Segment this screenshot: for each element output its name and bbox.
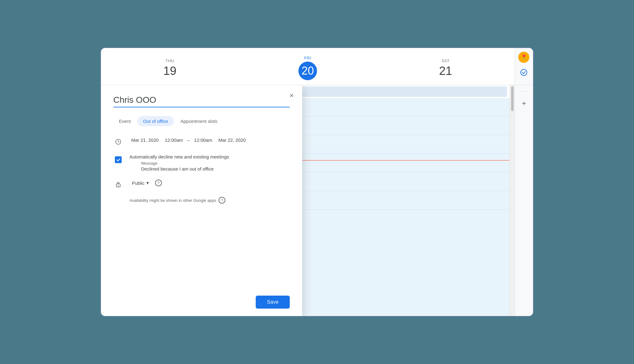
event-modal: × Event Out of office Appointment slots (101, 85, 302, 316)
tab-out-of-office[interactable]: Out of office (137, 116, 174, 126)
divider (519, 91, 529, 92)
tab-appointment-slots[interactable]: Appointment slots (175, 116, 223, 126)
day-col-thu: THU 19 (101, 48, 239, 85)
day-col-sat: SAT 21 (377, 48, 515, 85)
checkbox-icon-area (113, 155, 123, 165)
calendar-body: × Event Out of office Appointment slots (101, 85, 533, 316)
datetime-display: Mar 21, 2020 12:00am – 12:00am Mar 22, 2… (129, 136, 290, 144)
availability-row: Availability might be shown in other Goo… (129, 197, 290, 204)
clock-icon (113, 137, 123, 147)
lock-icon (113, 180, 123, 189)
availability-help-icon[interactable]: ? (219, 197, 225, 204)
message-text: Declined because I am out of office (141, 166, 290, 171)
add-button[interactable]: + (519, 98, 530, 109)
message-label: Message (141, 161, 290, 166)
tasks-button[interactable] (518, 68, 529, 79)
availability-text: Availability might be shown in other Goo… (129, 198, 216, 203)
message-section: Message Declined because I am out of off… (141, 161, 290, 171)
event-type-tabs: Event Out of office Appointment slots (113, 116, 290, 126)
check-circle-icon (520, 69, 528, 78)
plus-icon: + (522, 99, 526, 108)
day-name-sat: SAT (441, 58, 449, 63)
day-number-thu: 19 (163, 64, 176, 78)
visibility-value: Public (132, 180, 145, 186)
visibility-help-icon[interactable]: ? (155, 180, 162, 186)
visibility-content: Public ▾ ? (129, 179, 290, 187)
start-date[interactable]: Mar 21, 2020 (129, 136, 160, 144)
day-name-fri: FRI (304, 56, 311, 60)
calendar-app: THU 19 FRI 20 SAT 21 📍 (100, 47, 534, 317)
save-button[interactable]: Save (256, 296, 290, 309)
visibility-row: Public ▾ ? (113, 179, 290, 189)
dropdown-arrow-icon: ▾ (146, 180, 149, 186)
time-dash: – (187, 137, 190, 143)
svg-point-0 (521, 69, 527, 76)
visibility-row-inner: Public ▾ ? (129, 179, 290, 187)
modal-footer: Save (101, 291, 302, 316)
tab-event[interactable]: Event (113, 116, 136, 126)
day-number-sat: 21 (439, 64, 452, 78)
start-time[interactable]: 12:00am (163, 136, 185, 144)
end-time[interactable]: 12:00am (192, 136, 214, 144)
day-number-fri[interactable]: 20 (298, 62, 317, 80)
scrollbar-thumb[interactable] (511, 86, 514, 111)
scrollbar[interactable] (510, 85, 515, 316)
auto-decline-checkbox[interactable] (115, 156, 122, 163)
end-date[interactable]: Mar 22, 2020 (216, 136, 247, 144)
auto-decline-row: Automatically decline new and existing m… (113, 154, 290, 171)
day-col-fri: FRI 20 (239, 48, 376, 85)
modal-content: Event Out of office Appointment slots (101, 85, 302, 291)
close-button[interactable]: × (286, 90, 297, 101)
datetime-content: Mar 21, 2020 12:00am – 12:00am Mar 22, 2… (129, 136, 290, 144)
location-icon: 📍 (520, 54, 527, 61)
datetime-row: Mar 21, 2020 12:00am – 12:00am Mar 22, 2… (113, 136, 290, 147)
location-button[interactable]: 📍 (518, 52, 529, 63)
auto-decline-content: Automatically decline new and existing m… (129, 154, 290, 171)
calendar-header: THU 19 FRI 20 SAT 21 📍 (101, 48, 533, 85)
day-name-thu: THU (166, 58, 174, 63)
event-title-input[interactable] (113, 95, 290, 107)
auto-decline-label: Automatically decline new and existing m… (129, 154, 229, 159)
header-side-panel: 📍 (515, 48, 533, 85)
body-side-panel: + (515, 85, 533, 316)
visibility-dropdown[interactable]: Public ▾ (129, 179, 151, 187)
